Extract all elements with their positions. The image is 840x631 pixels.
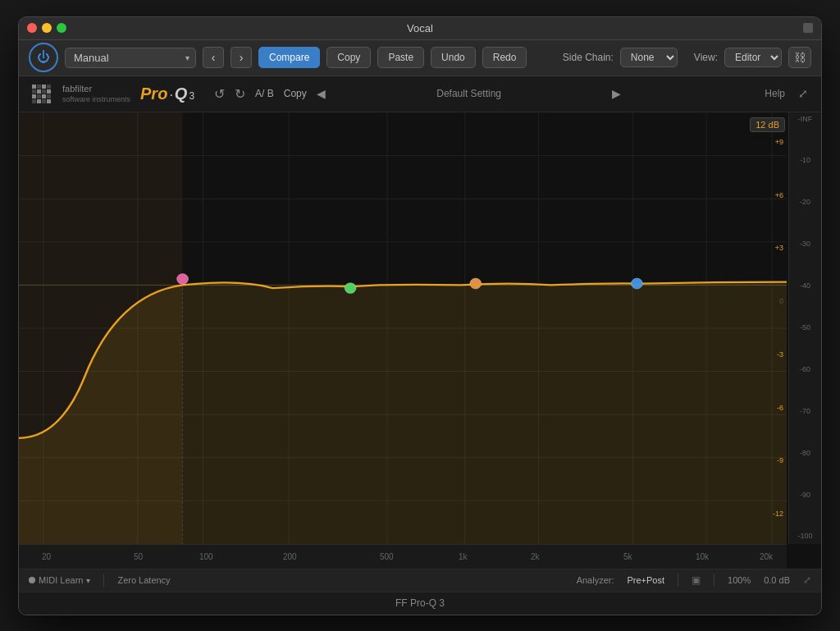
brand-name: fabfilter — [62, 84, 130, 94]
proq-pro-text: Pro — [140, 85, 167, 103]
midi-dropdown-icon[interactable]: ▾ — [86, 576, 90, 585]
freq-label-20k: 20k — [760, 552, 773, 561]
db-right-90: -90 — [792, 492, 818, 499]
freq-label-5k: 5k — [623, 552, 632, 561]
preset-display-name: Default Setting — [326, 88, 613, 99]
db-right-40: -40 — [792, 282, 818, 290]
proq-q-text: Q — [175, 85, 188, 103]
eq-curve-svg — [19, 112, 787, 544]
db-scale-right: -INF -10 -20 -30 -40 -50 -60 -70 -80 -90… — [788, 112, 821, 544]
redo-button[interactable]: Redo — [482, 47, 527, 68]
plugin-header: fabfilter software instruments Pro · Q 3… — [19, 76, 821, 112]
help-button[interactable]: Help — [765, 88, 785, 99]
freq-scale: 20 50 100 200 500 1k 2k 5k 10k 20k — [19, 544, 787, 569]
power-icon: ⏻ — [37, 50, 50, 65]
eq-display[interactable]: +9 +6 +3 0 -3 -6 -9 -12 12 dB -INF -10 -… — [19, 112, 821, 569]
fabfilter-logo: fabfilter software instruments — [32, 84, 130, 103]
db-right-30: -30 — [792, 240, 818, 248]
db-right-60: -60 — [792, 366, 818, 373]
next-preset-button[interactable]: › — [231, 47, 252, 68]
brand-sub: software instruments — [62, 95, 130, 103]
status-bar: MIDI Learn ▾ Zero Latency Analyzer: Pre+… — [19, 569, 821, 592]
power-button[interactable]: ⏻ — [29, 43, 58, 72]
plugin-controls: ↺ ↻ A/ B Copy ◀ — [214, 86, 326, 102]
undo-button[interactable]: Undo — [431, 47, 476, 68]
expand-button[interactable]: ⤢ — [798, 87, 808, 100]
prev-arrow-button[interactable]: ◀ — [317, 87, 326, 100]
resize-icon[interactable]: ⤢ — [803, 574, 811, 586]
window-title: Vocal — [407, 22, 433, 34]
svg-point-25 — [631, 278, 642, 289]
gain-display[interactable]: 0.0 dB — [764, 575, 790, 585]
title-bar: Vocal — [19, 17, 821, 40]
paste-button[interactable]: Paste — [377, 47, 424, 68]
window-title-bottom: FF Pro-Q 3 — [19, 592, 821, 615]
plugin-window: Vocal ⏻ Manual ▾ ‹ › Compare Copy Paste … — [18, 16, 822, 615]
analyzer-label: Analyzer: — [577, 575, 614, 585]
redo-ctrl-button[interactable]: ↻ — [235, 86, 245, 102]
view-label: View: — [694, 52, 718, 63]
copy-button[interactable]: Copy — [326, 47, 371, 68]
proq-logo: Pro · Q 3 — [140, 85, 194, 103]
preset-dropdown-wrapper: Manual ▾ — [65, 48, 196, 68]
proq-dot: · — [169, 88, 172, 103]
traffic-lights — [27, 23, 66, 33]
db-right-100: -100 — [792, 533, 818, 540]
freq-label-500: 500 — [380, 552, 394, 561]
divider-3 — [714, 574, 714, 587]
minimize-button[interactable] — [42, 23, 52, 33]
preset-dropdown[interactable]: Manual — [65, 48, 196, 68]
svg-point-22 — [177, 273, 189, 284]
sidechain-dropdown[interactable]: None — [620, 48, 678, 67]
freq-label-20: 20 — [42, 552, 51, 561]
db-right-inf: -INF — [792, 116, 818, 123]
latency-label: Zero Latency — [117, 575, 170, 585]
freq-label-1k: 1k — [459, 552, 468, 561]
view-dropdown[interactable]: Editor — [724, 48, 782, 67]
midi-indicator — [29, 577, 35, 583]
db-right-50: -50 — [792, 324, 818, 332]
analyzer-value[interactable]: Pre+Post — [627, 575, 664, 585]
svg-point-23 — [345, 282, 356, 293]
compare-button[interactable]: Compare — [258, 47, 320, 68]
link-button[interactable]: ⛓ — [788, 47, 811, 68]
ab-button[interactable]: A/ B — [255, 88, 274, 99]
maximize-button[interactable] — [57, 23, 66, 33]
freq-label-200: 200 — [283, 552, 297, 561]
zoom-value[interactable]: 100% — [728, 575, 751, 585]
proq-version: 3 — [189, 90, 194, 102]
prev-preset-button[interactable]: ‹ — [203, 47, 224, 68]
db-right-80: -80 — [792, 450, 818, 457]
link-icon: ⛓ — [794, 51, 806, 64]
svg-point-24 — [470, 278, 482, 289]
undo-ctrl-button[interactable]: ↺ — [214, 86, 225, 102]
divider-1 — [103, 574, 104, 587]
bottom-window-title: FF Pro-Q 3 — [395, 597, 445, 609]
header-copy-button[interactable]: Copy — [284, 88, 307, 99]
gain-badge[interactable]: 12 dB — [750, 117, 785, 132]
divider-2 — [678, 574, 678, 587]
midi-learn-label[interactable]: MIDI Learn — [39, 575, 83, 585]
window-collapse-button[interactable] — [803, 23, 813, 33]
analyzer-icon: ▣ — [692, 574, 701, 586]
midi-learn-item: MIDI Learn ▾ — [29, 575, 90, 585]
freq-label-2k: 2k — [531, 552, 540, 561]
db-right-20: -20 — [792, 199, 818, 206]
sidechain-label: Side Chain: — [563, 52, 614, 63]
next-arrow-button[interactable]: ▶ — [612, 87, 621, 100]
db-right-70: -70 — [792, 408, 818, 415]
toolbar: ⏻ Manual ▾ ‹ › Compare Copy Paste Undo R… — [19, 40, 821, 76]
db-right-10: -10 — [792, 157, 818, 164]
freq-label-50: 50 — [134, 552, 143, 561]
freq-label-10k: 10k — [696, 552, 709, 561]
close-button[interactable] — [27, 23, 37, 33]
freq-label-100: 100 — [199, 552, 213, 561]
